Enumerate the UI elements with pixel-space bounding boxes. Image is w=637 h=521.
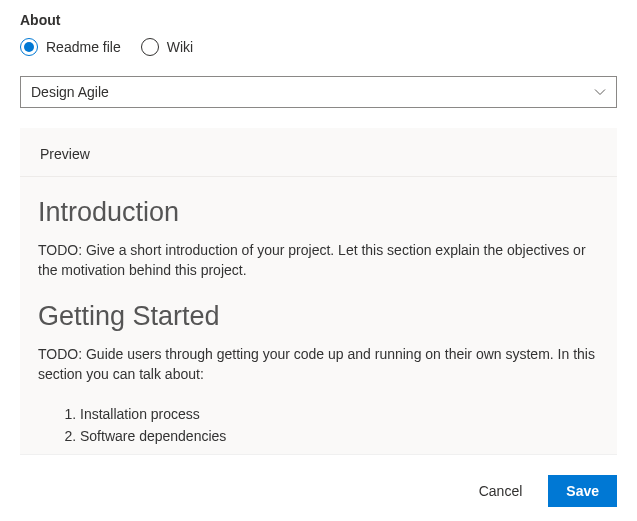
cancel-button[interactable]: Cancel	[461, 475, 541, 507]
heading-introduction: Introduction	[38, 197, 599, 228]
radio-label-wiki: Wiki	[167, 39, 193, 55]
paragraph-introduction: TODO: Give a short introduction of your …	[38, 240, 599, 281]
preview-content: Introduction TODO: Give a short introduc…	[20, 177, 617, 454]
list-item: Software dependencies	[80, 426, 599, 448]
section-title: About	[20, 12, 617, 28]
repository-dropdown[interactable]: Design Agile	[20, 76, 617, 108]
chevron-down-icon	[594, 86, 606, 98]
preview-panel: Preview Introduction TODO: Give a short …	[20, 128, 617, 455]
radio-option-wiki[interactable]: Wiki	[141, 38, 193, 56]
radio-option-readme[interactable]: Readme file	[20, 38, 121, 56]
list-item: Installation process	[80, 404, 599, 426]
getting-started-list: Installation process Software dependenci…	[38, 404, 599, 447]
about-source-radio-group: Readme file Wiki	[20, 38, 617, 56]
heading-getting-started: Getting Started	[38, 301, 599, 332]
radio-icon	[141, 38, 159, 56]
footer-actions: Cancel Save	[461, 475, 617, 507]
radio-icon	[20, 38, 38, 56]
save-button[interactable]: Save	[548, 475, 617, 507]
tab-preview[interactable]: Preview	[40, 146, 90, 162]
dropdown-selected-value: Design Agile	[31, 84, 109, 100]
paragraph-getting-started: TODO: Guide users through getting your c…	[38, 344, 599, 385]
radio-label-readme: Readme file	[46, 39, 121, 55]
tab-bar: Preview	[20, 128, 617, 177]
